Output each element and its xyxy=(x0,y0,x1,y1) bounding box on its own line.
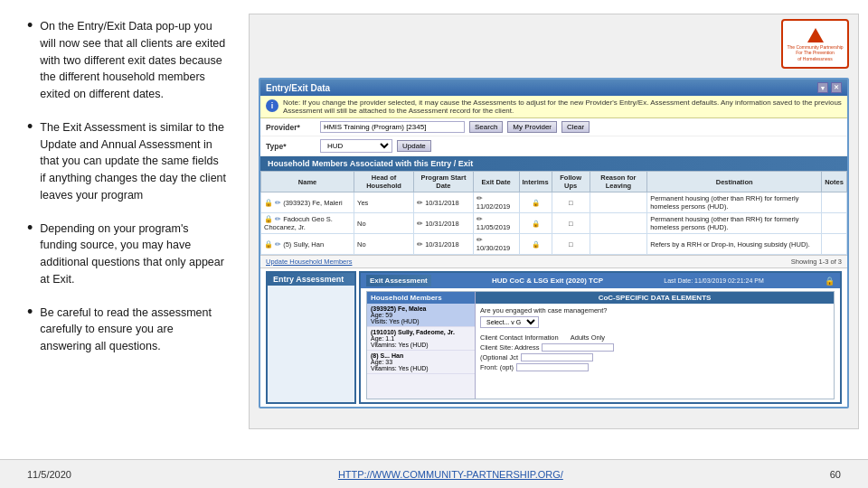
ee-window-title: Entry/Exit Data xyxy=(266,83,330,93)
update-household-link[interactable]: Update Household Members xyxy=(266,258,352,266)
col-destination: Destination xyxy=(647,172,822,192)
col-notes: Notes xyxy=(822,172,847,192)
edit-icon-2: ✏ xyxy=(275,215,281,223)
row1-start: ✏ 10/31/2018 xyxy=(414,192,474,213)
row2-reason xyxy=(590,213,647,234)
bullet-item-2: • The Exit Assessment is similar to the … xyxy=(27,119,226,204)
front-field[interactable] xyxy=(516,363,589,371)
type-select[interactable]: HUD xyxy=(320,139,392,153)
entry-assessment-box: Entry Assessment xyxy=(266,271,356,404)
bullet-dot-3: • xyxy=(27,219,33,239)
members-header: Household Members Associated with this E… xyxy=(260,156,847,171)
row1-notes xyxy=(822,192,847,213)
bullet-text-1: On the Entry/Exit Data pop-up you will n… xyxy=(40,18,226,103)
optional-row: (Optional Jct xyxy=(480,353,829,361)
client-contact-label: Client Contact Information xyxy=(480,333,559,342)
hud-label: HUD CoC & LSG Exit (2020) TCP xyxy=(492,277,603,285)
assessment-row: Entry Assessment Exit Assessment HUD CoC… xyxy=(260,267,847,407)
ee-provider-row: Provider* Search My Provider Clear xyxy=(260,118,847,136)
row3-notes xyxy=(822,234,847,255)
logo-area: The Community Partnership For The Preven… xyxy=(781,19,854,73)
row1-followups: □ xyxy=(552,192,590,213)
coc-content: Are you engaged with case management? Se… xyxy=(476,304,834,376)
page-container: • On the Entry/Exit Data pop-up you will… xyxy=(0,0,868,488)
left-panel: • On the Entry/Exit Data pop-up you will… xyxy=(0,9,244,459)
screenshot-area: The Community Partnership For The Preven… xyxy=(249,14,859,429)
ee-close-btn[interactable]: ✕ xyxy=(831,82,842,93)
row3-name: 🔒 ✏ (5) Sully, Han xyxy=(261,234,354,255)
lock-gold-icon: 🔒 xyxy=(825,277,835,286)
address-field[interactable] xyxy=(542,343,614,352)
bullet-item-1: • On the Entry/Exit Data pop-up you will… xyxy=(27,18,226,103)
entry-assessment-header: Entry Assessment xyxy=(268,273,354,286)
edit-icon-1: ✏ xyxy=(275,199,281,207)
select-row: Select... v G xyxy=(480,316,829,328)
row1-dest: Permanent housing (other than RRH) for f… xyxy=(647,192,822,213)
clear-button[interactable]: Clear xyxy=(561,121,590,133)
lock-icon-2: 🔒 xyxy=(264,215,273,223)
optional-field[interactable] xyxy=(521,353,593,361)
col-start: Program Start Date xyxy=(414,172,474,192)
bullet-text-3: Depending on your program's funding sour… xyxy=(40,221,226,288)
col-hoh: Head of Household xyxy=(354,172,414,192)
member-item-2[interactable]: (191010) Sully, Fadeome, Jr. Age: 1.1 Vi… xyxy=(367,327,475,351)
optional-label: (Optional Jct xyxy=(480,353,518,361)
bottom-members-col: Household Members (393925) Fe, Malea Age… xyxy=(367,292,476,399)
entry-assessment-body xyxy=(268,286,354,299)
table-row: 🔒 ✏ Fadocuh Geo S. Chocanez, Jr. No ✏ 10… xyxy=(261,213,847,234)
front-row: Front: (opt) xyxy=(480,363,829,371)
row3-interims: 🔒 xyxy=(519,234,552,255)
question-row: Are you engaged with case management? xyxy=(480,306,829,314)
bullet-item-4: • Be careful to read the assessment care… xyxy=(27,305,226,355)
bullet-item-3: • Depending on your program's funding so… xyxy=(27,221,226,288)
update-button[interactable]: Update xyxy=(397,140,431,152)
member-item-1[interactable]: (393925) Fe, Malea Age: 59 Visits: Yes (… xyxy=(367,304,475,327)
question-label: Are you engaged with case management? xyxy=(480,306,608,314)
front-label: Front: (opt) xyxy=(480,363,514,371)
footer: 11/5/2020 HTTP://WWW.COMMUNITY-PARTNERSH… xyxy=(0,459,868,488)
bullet-text-4: Be careful to read the assessment carefu… xyxy=(40,305,226,355)
row1-exit: ✏ 11/02/2019 xyxy=(473,192,519,213)
logo-box: The Community Partnership For The Preven… xyxy=(781,19,849,69)
col-name: Name xyxy=(261,172,354,192)
ee-info-bar: i Note: If you change the provider selec… xyxy=(260,96,847,118)
search-button[interactable]: Search xyxy=(469,121,503,133)
type-label: Type* xyxy=(266,142,316,151)
case-management-select[interactable]: Select... v G xyxy=(480,316,539,328)
info-icon: i xyxy=(266,99,278,112)
row2-dest: Permanent housing (other than RRH) for f… xyxy=(647,213,822,234)
row2-hoh: No xyxy=(354,213,414,234)
provider-label: Provider* xyxy=(266,123,316,132)
table-row: 🔒 ✏ (393923) Fe, Maleri Yes ✏ 10/31/2018… xyxy=(261,192,847,213)
row2-notes xyxy=(822,213,847,234)
hud-header-row: Exit Assessment HUD CoC & LSG Exit (2020… xyxy=(361,273,840,288)
footer-url[interactable]: HTTP://WWW.COMMUNITY-PARTNERSHIP.ORG/ xyxy=(338,469,563,480)
coc-header: CoC-SPECIFIC DATA ELEMENTS xyxy=(476,292,834,304)
site-label: Client Site: Address xyxy=(480,343,539,352)
row2-followups: □ xyxy=(552,213,590,234)
row3-hoh: No xyxy=(354,234,414,255)
row1-hoh: Yes xyxy=(354,192,414,213)
row3-followups: □ xyxy=(552,234,590,255)
col-exit: Exit Date xyxy=(473,172,519,192)
row2-exit: ✏ 11/05/2019 xyxy=(473,213,519,234)
members-table: Name Head of Household Program Start Dat… xyxy=(260,171,847,255)
provider-field[interactable] xyxy=(320,121,465,133)
member-item-3[interactable]: (8) S... Han Age: 33 Vitamins: Yes (HUD) xyxy=(367,351,475,374)
contact-row: Client Contact Information Adults Only xyxy=(480,333,829,342)
svg-rect-1 xyxy=(813,37,818,42)
my-provider-button[interactable]: My Provider xyxy=(507,121,557,133)
lock-icon-3: 🔒 xyxy=(264,240,273,249)
row1-name: 🔒 ✏ (393923) Fe, Maleri xyxy=(261,192,354,213)
showing-row: Update Household Members Showing 1-3 of … xyxy=(260,255,847,267)
row2-interims: 🔒 xyxy=(519,213,552,234)
footer-date: 11/5/2020 xyxy=(27,469,71,480)
table-row: 🔒 ✏ (5) Sully, Han No ✏ 10/31/2018 ✏ 10/… xyxy=(261,234,847,255)
bottom-members-header: Household Members xyxy=(367,292,475,304)
ee-minimize-btn[interactable]: ▼ xyxy=(817,82,828,93)
col-followups: Follow Ups xyxy=(552,172,590,192)
row1-reason xyxy=(590,192,647,213)
row1-interims: 🔒 xyxy=(519,192,552,213)
row2-start: ✏ 10/31/2018 xyxy=(414,213,474,234)
right-panel: The Community Partnership For The Preven… xyxy=(244,9,868,459)
